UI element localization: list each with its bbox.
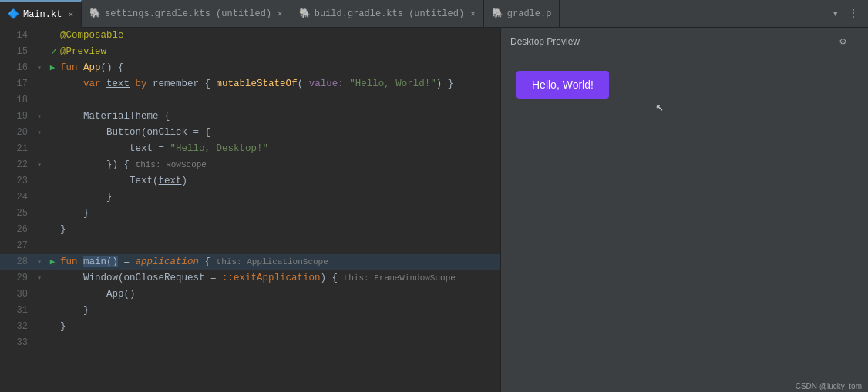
line-number: 20 [0, 125, 34, 141]
tab-gradle-p[interactable]: 🐘 gradle.p [484, 0, 560, 28]
table-row: 16 ▾ ▶ fun App() { [0, 60, 500, 76]
checkmark-icon: ✓ [51, 44, 57, 60]
bottom-bar: CSDN @lucky_tom [789, 380, 868, 392]
preview-panel: Desktop Preview ⚙ — Hello, World! ↖ [501, 28, 868, 392]
code-lines: 14 @Composable 15 ✓ @Preview 16 ▾ ▶ [0, 28, 500, 351]
table-row: 17 var text by remember { mutableStateOf… [0, 76, 500, 92]
line-number: 30 [0, 286, 34, 303]
minimize-icon[interactable]: — [853, 35, 859, 48]
line-number: 22 [0, 157, 34, 173]
table-row: 32 } [0, 319, 500, 335]
line-number: 25 [0, 206, 34, 222]
line-number: 27 [0, 238, 34, 254]
tab-label: Main.kt [23, 9, 62, 20]
tab-settings-gradle[interactable]: 🐘 settings.gradle.kts (untitled) ✕ [82, 0, 291, 28]
line-number: 19 [0, 109, 34, 125]
code-text: } [60, 189, 500, 206]
line-number: 17 [0, 76, 34, 92]
kt-icon: 🔷 [8, 8, 19, 20]
code-text: text = "Hello, Desktop!" [60, 141, 500, 157]
tab-close[interactable]: ✕ [68, 9, 73, 19]
table-row: 27 [0, 238, 500, 254]
fold-gutter[interactable]: ▾ [34, 60, 45, 76]
line-number: 23 [0, 173, 34, 189]
table-row: 28 ▾ ▶ fun main() = application { this: … [0, 254, 500, 270]
tab-label: gradle.p [507, 8, 552, 19]
gradle-icon: 🐘 [89, 8, 101, 19]
line-number: 33 [0, 335, 34, 351]
code-text: @Composable [60, 28, 500, 44]
line-number: 28 [0, 254, 34, 270]
tab-more-button[interactable]: ⋮ [845, 5, 862, 22]
table-row: 25 } [0, 206, 500, 222]
table-row: 23 Text(text) [0, 173, 500, 189]
tab-bar: 🔷 Main.kt ✕ 🐘 settings.gradle.kts (untit… [0, 0, 868, 28]
line-number: 14 [0, 28, 34, 44]
line-number: 15 [0, 44, 34, 60]
tab-build-gradle[interactable]: 🐘 build.gradle.kts (untitled) ✕ [291, 0, 484, 28]
tab-close[interactable]: ✕ [278, 8, 283, 18]
fold-gutter[interactable]: ▾ [34, 125, 45, 141]
preview-title: Desktop Preview [510, 36, 580, 47]
main-area: 14 @Composable 15 ✓ @Preview 16 ▾ ▶ [0, 28, 868, 392]
line-number: 18 [0, 92, 34, 109]
table-row: 33 [0, 335, 500, 351]
fold-gutter[interactable]: ▾ [34, 157, 45, 173]
code-text: fun main() = application { this: Applica… [60, 254, 500, 270]
table-row: 19 ▾ MaterialTheme { [0, 109, 500, 125]
code-editor[interactable]: 14 @Composable 15 ✓ @Preview 16 ▾ ▶ [0, 28, 501, 392]
run-icon-2[interactable]: ▶ [45, 254, 60, 270]
table-row: 18 [0, 92, 500, 109]
line-number: 24 [0, 189, 34, 206]
table-row: 29 ▾ Window(onCloseRequest = ::exitAppli… [0, 270, 500, 286]
fold-gutter[interactable]: ▾ [34, 254, 45, 270]
bottom-label: CSDN @lucky_tom [796, 382, 862, 390]
gradle-icon-2: 🐘 [299, 8, 311, 19]
tab-actions: ▾ ⋮ [829, 5, 868, 22]
code-text: var text by remember { mutableStateOf( v… [60, 76, 500, 92]
table-row: 21 text = "Hello, Desktop!" [0, 141, 500, 157]
table-row: 31 } [0, 303, 500, 319]
code-text: } [60, 206, 500, 222]
preview-header: Desktop Preview ⚙ — [501, 28, 868, 55]
gear-icon[interactable]: ⚙ [839, 35, 846, 48]
code-text: } [60, 303, 500, 319]
line-number: 32 [0, 319, 34, 335]
code-text: }) { this: RowScope [60, 157, 500, 173]
fold-gutter[interactable]: ▾ [34, 270, 45, 286]
code-text: fun App() { [60, 60, 500, 76]
code-text: } [60, 319, 500, 335]
table-row: 26 } [0, 222, 500, 238]
code-text: Button(onClick = { [60, 125, 500, 141]
tab-label: settings.gradle.kts (untitled) [105, 8, 271, 19]
tab-close[interactable]: ✕ [470, 8, 476, 18]
tab-overflow-button[interactable]: ▾ [829, 5, 842, 22]
table-row: 14 @Composable [0, 28, 500, 44]
gradle-icon-3: 🐘 [492, 8, 503, 19]
code-text: } [60, 222, 500, 238]
run-icon[interactable]: ▶ [45, 60, 60, 76]
line-number: 31 [0, 303, 34, 319]
code-text: @Preview [60, 44, 500, 60]
table-row: 20 ▾ Button(onClick = { [0, 125, 500, 141]
code-text: App() [60, 286, 500, 303]
preview-content: Hello, World! ↖ [501, 55, 868, 392]
line-number: 16 [0, 60, 34, 76]
table-row: 24 } [0, 189, 500, 206]
line-number: 21 [0, 141, 34, 157]
code-text: MaterialTheme { [60, 109, 500, 125]
code-text: Text(text) [60, 173, 500, 189]
gutter-icon: ✓ [45, 44, 60, 60]
table-row: 22 ▾ }) { this: RowScope [0, 157, 500, 173]
code-text: Window(onCloseRequest = ::exitApplicatio… [60, 270, 500, 286]
tab-main-kt[interactable]: 🔷 Main.kt ✕ [0, 0, 82, 28]
tab-label: build.gradle.kts (untitled) [315, 8, 464, 19]
line-number: 29 [0, 270, 34, 286]
cursor-arrow-icon: ↖ [655, 98, 664, 115]
line-number: 26 [0, 222, 34, 238]
table-row: 15 ✓ @Preview [0, 44, 500, 60]
hello-world-button[interactable]: Hello, World! [516, 71, 609, 99]
table-row: 30 App() [0, 286, 500, 303]
preview-icons: ⚙ — [839, 35, 859, 48]
fold-gutter[interactable]: ▾ [34, 109, 45, 125]
